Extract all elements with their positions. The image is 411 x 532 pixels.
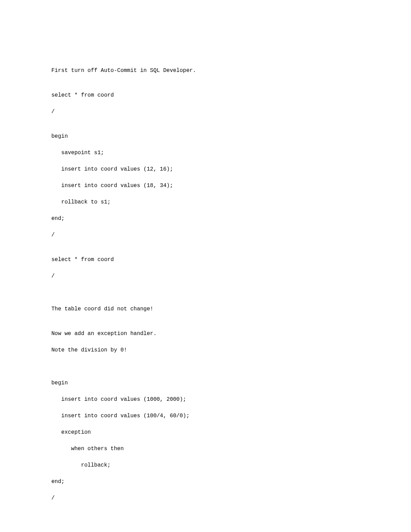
code-line: / [51,108,360,116]
code-line: / [51,272,360,280]
code-line: rollback to s1; [51,198,360,206]
text-line: The table coord did not change! [51,305,360,313]
code-line: insert into coord values (12, 16); [51,165,360,173]
code-line: end; [51,478,360,486]
code-line: begin [51,379,360,387]
code-line: savepoint s1; [51,149,360,157]
code-line: begin [51,132,360,140]
text-line: First turn off Auto-Commit in SQL Develo… [51,66,360,75]
code-line: / [51,231,360,239]
code-line: when others then [51,445,360,453]
code-line: insert into coord values (1000, 2000); [51,395,360,404]
document-page: First turn off Auto-Commit in SQL Develo… [0,0,411,532]
text-line: Note the division by 0! [51,346,360,354]
text-line: Now we add an exception handler. [51,330,360,338]
code-line: insert into coord values (100/4, 60/0); [51,412,360,420]
code-line: insert into coord values (18, 34); [51,182,360,190]
code-line: select * from coord [51,91,360,99]
code-line: / [51,494,360,502]
code-line: select * from coord [51,256,360,264]
code-line: exception [51,428,360,436]
code-line: end; [51,214,360,223]
code-line: rollback; [51,461,360,469]
